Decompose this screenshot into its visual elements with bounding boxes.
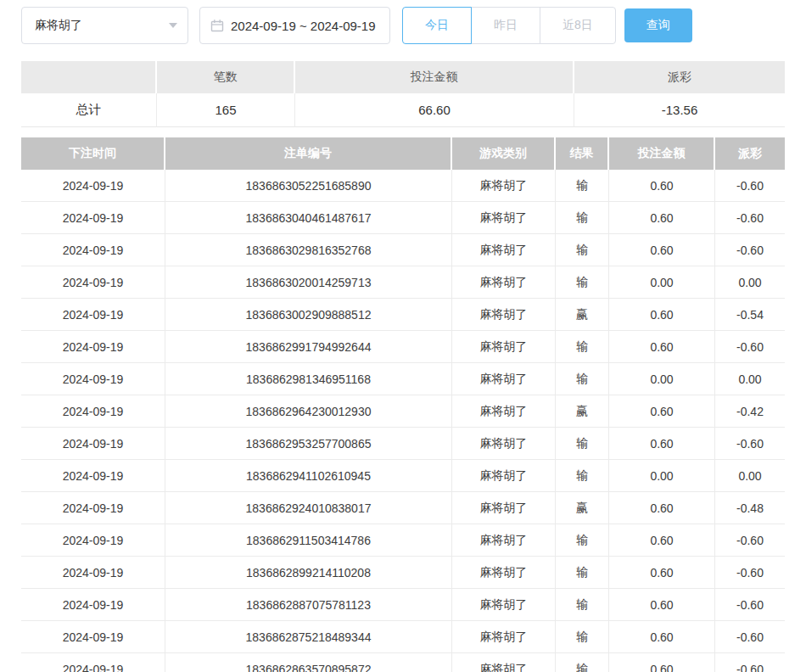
cell-bet-time: 2024-09-19 — [21, 299, 165, 331]
cell-bet-id: 1836862941102610945 — [165, 460, 452, 492]
date-range-input[interactable]: 2024-09-19 ~ 2024-09-19 — [199, 7, 390, 44]
cell-game-type: 麻将胡了 — [452, 299, 556, 331]
cell-payout: -0.60 — [715, 557, 785, 589]
cell-result: 输 — [556, 428, 609, 460]
cell-bet-id: 1836862991794992644 — [165, 331, 452, 363]
cell-bet-time: 2024-09-19 — [21, 621, 165, 653]
calendar-icon — [210, 19, 224, 32]
cell-bet-id: 1836862863570895872 — [165, 653, 452, 672]
cell-bet-id: 1836862887075781123 — [165, 589, 452, 621]
cell-bet-id: 1836863040461487617 — [165, 202, 452, 234]
table-row: 2024-09-191836862991794992644麻将胡了输0.60-0… — [21, 331, 785, 363]
cell-game-type: 麻将胡了 — [452, 460, 556, 492]
summary-header-blank — [21, 61, 157, 93]
table-row: 2024-09-191836863002909888512麻将胡了赢0.60-0… — [21, 299, 785, 331]
cell-bet-id: 1836863029816352768 — [165, 234, 452, 266]
summary-header-payout: 派彩 — [574, 61, 785, 93]
cell-game-type: 麻将胡了 — [452, 202, 556, 234]
cell-result: 输 — [556, 202, 609, 234]
cell-game-type: 麻将胡了 — [452, 395, 556, 428]
cell-bet-amount: 0.00 — [609, 266, 715, 299]
table-row: 2024-09-191836863052251685890麻将胡了输0.60-0… — [21, 170, 785, 202]
cell-bet-amount: 0.00 — [609, 460, 715, 492]
table-row: 2024-09-191836862924010838017麻将胡了赢0.60-0… — [21, 492, 785, 524]
summary-total-payout: -13.56 — [574, 93, 785, 127]
cell-bet-amount: 0.60 — [609, 299, 715, 331]
cell-payout: 0.00 — [715, 460, 785, 492]
table-row: 2024-09-191836862863570895872麻将胡了输0.60-0… — [21, 653, 785, 672]
summary-total-bet-amount: 66.60 — [295, 93, 574, 127]
cell-payout: -0.60 — [715, 428, 785, 460]
summary-header-row: 笔数 投注金额 派彩 — [21, 61, 785, 93]
summary-total-count: 165 — [157, 93, 295, 127]
table-row: 2024-09-191836862953257700865麻将胡了输0.60-0… — [21, 428, 785, 460]
cell-bet-id: 1836862911503414786 — [165, 524, 452, 557]
cell-payout: -0.60 — [715, 621, 785, 653]
cell-result: 输 — [556, 266, 609, 299]
table-row: 2024-09-191836863029816352768麻将胡了输0.60-0… — [21, 234, 785, 266]
cell-game-type: 麻将胡了 — [452, 170, 556, 202]
cell-result: 输 — [556, 460, 609, 492]
tab-yesterday[interactable]: 昨日 — [471, 7, 540, 44]
cell-bet-id: 1836862953257700865 — [165, 428, 452, 460]
cell-result: 赢 — [556, 395, 609, 428]
cell-result: 输 — [556, 363, 609, 395]
cell-payout: 0.00 — [715, 266, 785, 299]
cell-game-type: 麻将胡了 — [452, 557, 556, 589]
cell-result: 输 — [556, 331, 609, 363]
cell-result: 输 — [556, 589, 609, 621]
cell-bet-id: 1836862899214110208 — [165, 557, 452, 589]
quick-date-button-group: 今日 昨日 近8日 — [402, 7, 616, 44]
cell-game-type: 麻将胡了 — [452, 524, 556, 557]
table-row: 2024-09-191836862981346951168麻将胡了输0.000.… — [21, 363, 785, 395]
cell-payout: -0.60 — [715, 524, 785, 557]
summary-header-count: 笔数 — [157, 61, 295, 93]
cell-bet-time: 2024-09-19 — [21, 557, 165, 589]
cell-bet-amount: 0.60 — [609, 653, 715, 672]
game-select-value: 麻将胡了 — [35, 18, 169, 33]
bet-table-header-row: 下注时间 注单编号 游戏类别 结果 投注金额 派彩 — [21, 137, 785, 170]
cell-result: 输 — [556, 653, 609, 672]
cell-bet-amount: 0.60 — [609, 492, 715, 524]
tab-today[interactable]: 今日 — [402, 7, 472, 44]
cell-game-type: 麻将胡了 — [452, 428, 556, 460]
cell-payout: -0.60 — [715, 589, 785, 621]
cell-bet-time: 2024-09-19 — [21, 589, 165, 621]
summary-total-label: 总计 — [21, 93, 157, 127]
table-row: 2024-09-191836862964230012930麻将胡了赢0.60-0… — [21, 395, 785, 428]
cell-bet-amount: 0.00 — [609, 363, 715, 395]
report-page: 麻将胡了 2024-09-19 ~ 2024-09-19 今日 昨日 近8日 查… — [0, 0, 806, 672]
cell-payout: -0.60 — [715, 170, 785, 202]
cell-game-type: 麻将胡了 — [452, 331, 556, 363]
cell-result: 赢 — [556, 299, 609, 331]
summary-total-row: 总计 165 66.60 -13.56 — [21, 93, 785, 127]
cell-payout: -0.60 — [715, 331, 785, 363]
cell-payout: 0.00 — [715, 363, 785, 395]
cell-bet-time: 2024-09-19 — [21, 363, 165, 395]
cell-bet-time: 2024-09-19 — [21, 524, 165, 557]
summary-header-bet-amount: 投注金额 — [295, 61, 574, 93]
cell-bet-amount: 0.60 — [609, 234, 715, 266]
date-range-value: 2024-09-19 ~ 2024-09-19 — [231, 19, 376, 33]
cell-game-type: 麻将胡了 — [452, 492, 556, 524]
chevron-down-icon — [169, 23, 177, 28]
game-select[interactable]: 麻将胡了 — [21, 7, 188, 44]
cell-bet-amount: 0.60 — [609, 621, 715, 653]
cell-bet-amount: 0.60 — [609, 170, 715, 202]
cell-bet-amount: 0.60 — [609, 557, 715, 589]
cell-bet-time: 2024-09-19 — [21, 331, 165, 363]
cell-bet-id: 1836862981346951168 — [165, 363, 452, 395]
cell-game-type: 麻将胡了 — [452, 363, 556, 395]
header-result: 结果 — [556, 137, 609, 170]
cell-bet-id: 1836862875218489344 — [165, 621, 452, 653]
header-bet-id: 注单编号 — [165, 137, 452, 170]
bet-records-table: 下注时间 注单编号 游戏类别 结果 投注金额 派彩 2024-09-191836… — [21, 137, 785, 672]
query-button[interactable]: 查询 — [624, 8, 692, 42]
table-row: 2024-09-191836863040461487617麻将胡了输0.60-0… — [21, 202, 785, 234]
cell-result: 输 — [556, 170, 609, 202]
table-row: 2024-09-191836862941102610945麻将胡了输0.000.… — [21, 460, 785, 492]
tab-last-8-days[interactable]: 近8日 — [540, 7, 616, 44]
cell-bet-amount: 0.60 — [609, 331, 715, 363]
table-row: 2024-09-191836862875218489344麻将胡了输0.60-0… — [21, 621, 785, 653]
cell-payout: -0.60 — [715, 202, 785, 234]
